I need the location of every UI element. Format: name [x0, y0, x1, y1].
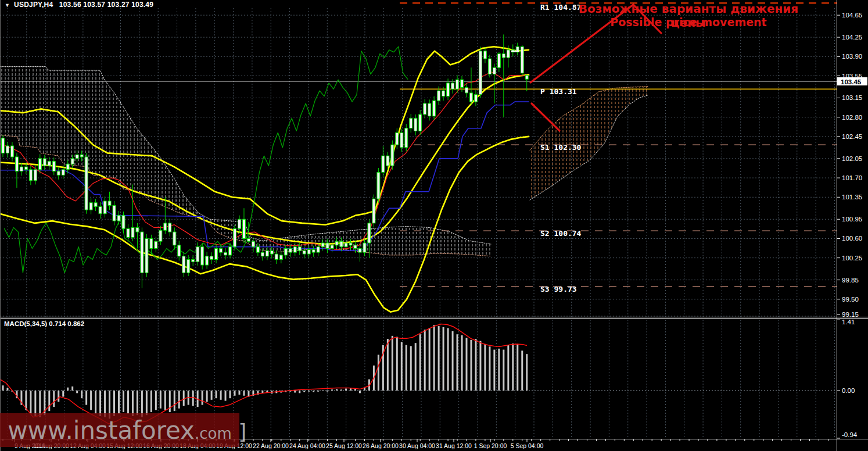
candle-body	[173, 232, 176, 245]
price-tick-label: 100.95	[842, 216, 862, 223]
macd-indicator-label: MACD(5,34,5) 0.714 0.862	[4, 320, 84, 327]
candle-body	[48, 162, 51, 166]
candle-body	[122, 216, 125, 229]
candle-body	[386, 156, 389, 166]
candle-body	[145, 238, 148, 273]
candle-body	[210, 256, 213, 260]
candle-body	[29, 170, 32, 181]
candle-body	[52, 162, 55, 171]
candle-body	[437, 91, 440, 101]
time-tick-label: 12 Aug 04:00	[70, 442, 106, 449]
candle-body	[266, 250, 268, 256]
candle-body	[433, 101, 436, 116]
candle-body	[298, 247, 301, 251]
candle-body	[10, 146, 13, 157]
candle-body	[488, 59, 491, 74]
candle-body	[289, 249, 292, 253]
candle-body	[108, 201, 111, 206]
candle-body	[85, 157, 88, 210]
candle-body	[479, 51, 482, 95]
candle-body	[405, 128, 408, 148]
price-chart-canvas[interactable]: R1 104.87P 103.31S1 102.30S2 100.74S3 99…	[0, 0, 868, 451]
time-tick-label: 30 Aug 04:00	[399, 442, 435, 449]
candle-body	[410, 119, 413, 128]
candle-body	[62, 170, 64, 175]
time-tick-label: 25 Aug 12:00	[326, 442, 362, 449]
candle-body	[345, 243, 347, 247]
candle-body	[80, 155, 83, 157]
candle-body	[192, 260, 195, 262]
time-tick-label: 19 Aug 12:00	[216, 442, 252, 449]
candle-body	[220, 249, 223, 253]
candle-body	[150, 238, 153, 248]
candle-body	[103, 201, 106, 214]
candle-body	[168, 223, 171, 232]
price-tick-label: 100.25	[842, 255, 862, 262]
current-price-value: 103.45	[841, 78, 862, 85]
candle-body	[428, 103, 431, 116]
candle-body	[201, 247, 204, 265]
candle-body	[493, 67, 496, 74]
time-tick-label: 10 Aug 20:00	[33, 442, 69, 449]
candle-body	[368, 223, 371, 243]
candle-body	[187, 260, 190, 273]
time-tick-label: 15 Aug 12:00	[106, 442, 142, 449]
candle-body	[331, 245, 333, 249]
candle-body	[497, 54, 500, 68]
candle-body	[178, 245, 181, 256]
candle-body	[377, 173, 380, 199]
candle-body	[335, 241, 338, 245]
candle-body	[234, 228, 236, 246]
candle-body	[38, 159, 41, 170]
candle-body	[76, 155, 78, 159]
candle-body	[117, 216, 120, 221]
price-tick-label: 104.65	[842, 12, 862, 19]
candle-body	[20, 167, 23, 171]
candle-body	[71, 159, 74, 164]
pivot-label-s1: S1 102.30	[540, 143, 582, 152]
symbol-dropdown-icon[interactable]: ▼	[5, 2, 10, 8]
candle-body	[275, 254, 278, 259]
price-tick-label: 99.50	[842, 296, 859, 303]
price-tick-label: 99.15	[842, 311, 859, 318]
candle-body	[307, 249, 310, 254]
candle-body	[252, 241, 254, 246]
candle-body	[24, 167, 27, 170]
mt4-chart-window: R1 104.87P 103.31S1 102.30S2 100.74S3 99…	[0, 0, 868, 451]
candle-body	[182, 256, 185, 273]
price-tick-label: 100.60	[842, 235, 862, 242]
candle-body	[159, 230, 162, 241]
candle-body	[242, 219, 245, 238]
pivot-label-p: P 103.31	[540, 87, 577, 96]
macd-tick-label: -0.94	[842, 431, 858, 438]
candle-body	[238, 219, 241, 228]
candle-body	[349, 243, 352, 245]
price-tick-label: 102.45	[842, 133, 862, 140]
candle-body	[164, 223, 167, 230]
price-tick-label: 104.25	[842, 34, 862, 41]
price-tick-label: 102.80	[842, 114, 862, 121]
candle-body	[396, 133, 399, 145]
candle-body	[461, 80, 464, 87]
pivot-label-s3: S3 99.73	[540, 285, 577, 293]
time-tick-label: 5 Sep 04:00	[511, 442, 544, 449]
candle-body	[284, 249, 287, 255]
candle-body	[521, 46, 523, 73]
price-tick-label: 103.15	[842, 94, 862, 101]
candle-body	[312, 249, 315, 252]
candle-body	[99, 206, 102, 213]
candle-body	[247, 238, 250, 241]
annotation-text-en: Possible price movement	[572, 16, 805, 28]
time-tick-label: 26 Aug 20:00	[363, 442, 399, 449]
candle-body	[391, 145, 394, 166]
candle-body	[358, 249, 361, 253]
candle-body	[372, 199, 375, 223]
candle-body	[317, 247, 320, 252]
candle-body	[215, 249, 218, 260]
price-tick-label: 101.35	[842, 194, 862, 201]
candle-body	[196, 247, 199, 262]
candle-body	[131, 227, 134, 237]
candle-body	[2, 138, 5, 153]
candle-body	[456, 80, 459, 89]
candle-body	[270, 250, 273, 254]
